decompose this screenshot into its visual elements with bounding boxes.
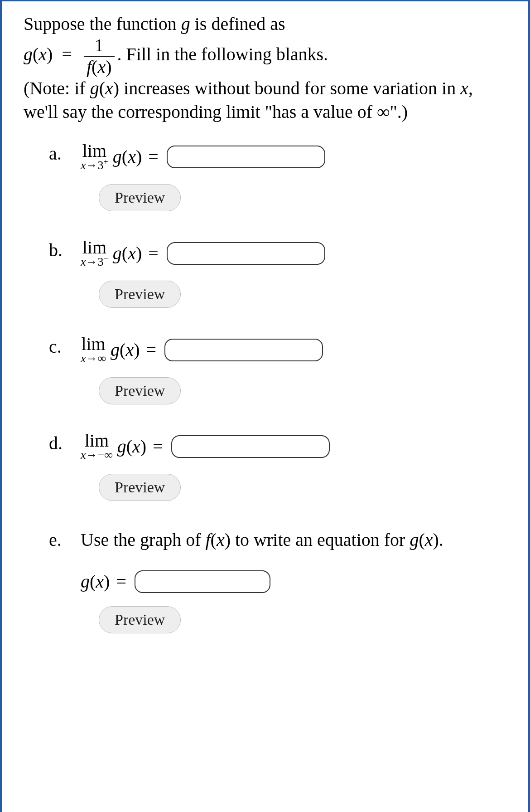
part-a-equals: = xyxy=(144,145,163,169)
prompt-text-1: Suppose the function xyxy=(24,14,181,34)
part-b: b. lim x→3− g(x) = Preview xyxy=(49,238,506,308)
part-b-preview-button[interactable]: Preview xyxy=(99,281,181,308)
part-b-input[interactable] xyxy=(167,242,325,265)
lim-sub: x→3− xyxy=(81,256,108,268)
prompt-g: g xyxy=(181,14,190,34)
part-d: d. lim x→−∞ g(x) = Preview xyxy=(49,432,506,501)
question-prompt: Suppose the function g is defined as g(x… xyxy=(24,12,506,124)
prompt-gx: g xyxy=(24,44,33,64)
lim-word: lim xyxy=(81,335,106,353)
prompt-text-1b: is defined as xyxy=(190,14,285,34)
part-c-input[interactable] xyxy=(164,339,323,361)
lim-sub: x→−∞ xyxy=(81,449,113,461)
part-d-marker: d. xyxy=(49,432,73,455)
part-b-limit: lim x→3− xyxy=(81,238,108,268)
question-content: Suppose the function g is defined as g(x… xyxy=(24,1,506,633)
part-e-preview-button[interactable]: Preview xyxy=(99,606,181,633)
fraction-denominator: f(x) xyxy=(84,56,115,77)
part-d-preview-button[interactable]: Preview xyxy=(99,474,181,501)
part-c: c. lim x→∞ g(x) = Preview xyxy=(49,335,506,404)
part-c-marker: c. xyxy=(49,335,73,359)
prompt-fill: . Fill in the following blanks. xyxy=(117,44,328,64)
part-d-func: g(x) xyxy=(117,435,146,458)
equals-sign: = xyxy=(57,44,81,64)
part-c-func: g(x) xyxy=(111,338,140,362)
part-b-equals: = xyxy=(144,242,163,265)
parts-list: a. lim x→3+ g(x) = Preview b. xyxy=(24,142,506,633)
lim-sub: x→∞ xyxy=(81,353,106,365)
part-a-marker: a. xyxy=(49,142,73,165)
part-e-input[interactable] xyxy=(135,570,270,593)
part-c-equals: = xyxy=(142,338,161,362)
part-c-limit: lim x→∞ xyxy=(81,335,106,365)
question-container: Suppose the function g is defined as g(x… xyxy=(0,0,530,812)
part-e-gx: g(x) xyxy=(81,570,110,593)
part-d-equals: = xyxy=(148,435,168,458)
part-b-marker: b. xyxy=(49,238,73,262)
part-a-limit: lim x→3+ xyxy=(81,142,108,171)
fraction-numerator: 1 xyxy=(84,36,115,56)
part-a-func: g(x) xyxy=(113,145,142,169)
lim-word: lim xyxy=(81,432,113,450)
part-a-preview-button[interactable]: Preview xyxy=(99,184,181,211)
lim-sub: x→3+ xyxy=(81,160,108,171)
part-d-input[interactable] xyxy=(171,435,330,458)
part-a-input[interactable] xyxy=(167,146,325,168)
part-e-text: Use the graph of f(x) to write an equati… xyxy=(81,528,506,552)
part-d-limit: lim x→−∞ xyxy=(81,432,113,461)
part-e-equals: = xyxy=(111,570,131,593)
prompt-note: (Note: if g(x) increases without bound f… xyxy=(24,78,473,122)
part-b-func: g(x) xyxy=(113,242,142,265)
fraction: 1 f(x) xyxy=(84,36,115,77)
part-a: a. lim x→3+ g(x) = Preview xyxy=(49,142,506,211)
part-e-marker: e. xyxy=(49,528,73,552)
part-c-preview-button[interactable]: Preview xyxy=(99,377,181,404)
part-e: e. Use the graph of f(x) to write an equ… xyxy=(49,528,506,633)
